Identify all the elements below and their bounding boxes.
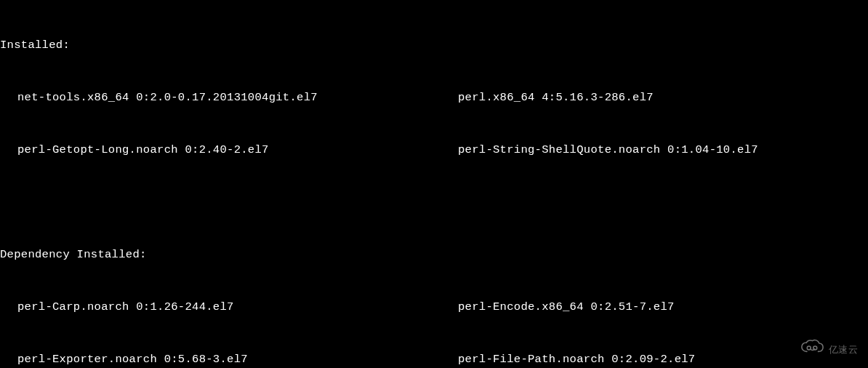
dep-row-0: perl-Carp.noarch 0:1.26-244.el7 perl-Enc… <box>0 298 868 316</box>
dependency-installed-header: Dependency Installed: <box>0 246 868 263</box>
terminal-output: Installed: net-tools.x86_64 0:2.0-0.17.2… <box>0 1 868 368</box>
dep-row-1: perl-Exporter.noarch 0:5.68-3.el7 perl-F… <box>0 351 868 368</box>
installed-row-1: perl-Getopt-Long.noarch 0:2.40-2.el7 per… <box>0 141 868 159</box>
dep-left-1: perl-Exporter.noarch 0:5.68-3.el7 <box>0 351 458 368</box>
installed-right-0: perl.x86_64 4:5.16.3-286.el7 <box>458 89 868 106</box>
installed-right-1: perl-String-ShellQuote.noarch 0:1.04-10.… <box>458 141 868 159</box>
dep-right-0: perl-Encode.x86_64 0:2.51-7.el7 <box>458 298 868 316</box>
cloud-icon <box>800 339 824 361</box>
blank-line <box>0 193 868 211</box>
installed-header: Installed: <box>0 36 868 54</box>
installed-left-1: perl-Getopt-Long.noarch 0:2.40-2.el7 <box>0 141 458 159</box>
watermark: 亿速云 <box>800 339 858 361</box>
installed-row-0: net-tools.x86_64 0:2.0-0.17.20131004git.… <box>0 89 868 106</box>
installed-left-0: net-tools.x86_64 0:2.0-0.17.20131004git.… <box>0 89 458 106</box>
watermark-text: 亿速云 <box>829 341 858 359</box>
dep-left-0: perl-Carp.noarch 0:1.26-244.el7 <box>0 298 458 316</box>
